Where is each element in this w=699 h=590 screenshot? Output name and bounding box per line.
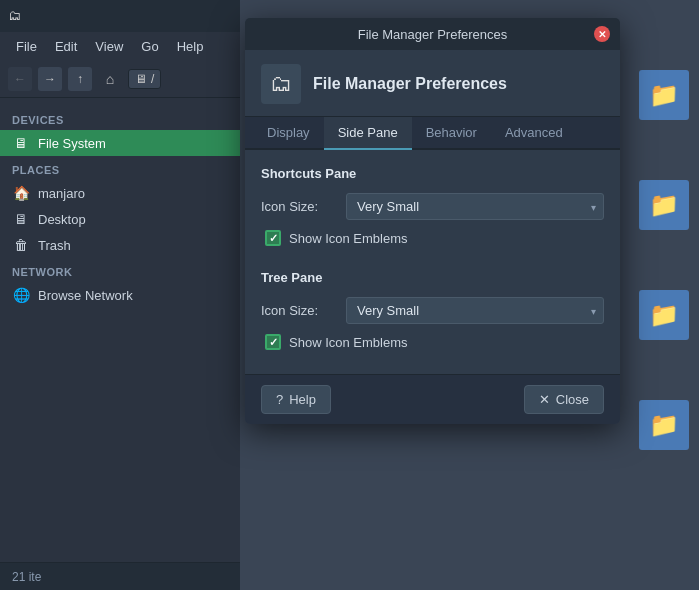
shortcuts-icon-size-row: Icon Size: Very Small Small Normal Large… [261, 193, 604, 220]
tree-emblems-row: Show Icon Emblems [265, 334, 604, 350]
tree-icon-size-select[interactable]: Very Small Small Normal Large Very Large [346, 297, 604, 324]
dialog-titlebar: File Manager Preferences ✕ [245, 18, 620, 50]
shortcuts-icon-size-select[interactable]: Very Small Small Normal Large Very Large [346, 193, 604, 220]
tab-side-pane[interactable]: Side Pane [324, 117, 412, 150]
tab-behavior[interactable]: Behavior [412, 117, 491, 150]
help-button[interactable]: ? Help [261, 385, 331, 414]
pane-divider [261, 254, 604, 270]
help-label: Help [289, 392, 316, 407]
tab-advanced[interactable]: Advanced [491, 117, 577, 150]
tree-icon-size-wrapper: Very Small Small Normal Large Very Large… [346, 297, 604, 324]
tree-emblems-label: Show Icon Emblems [289, 335, 408, 350]
shortcuts-emblems-label: Show Icon Emblems [289, 231, 408, 246]
dialog-header: 🗂 File Manager Preferences [245, 50, 620, 117]
help-icon: ? [276, 392, 283, 407]
tree-icon-size-label: Icon Size: [261, 303, 336, 318]
dialog-overlay: File Manager Preferences ✕ 🗂 File Manage… [0, 0, 699, 590]
dialog-tabs: Display Side Pane Behavior Advanced [245, 117, 620, 150]
tree-pane-title: Tree Pane [261, 270, 604, 285]
close-button[interactable]: ✕ [594, 26, 610, 42]
dialog-footer: ? Help ✕ Close [245, 374, 620, 424]
close-icon: ✕ [539, 392, 550, 407]
tab-display[interactable]: Display [253, 117, 324, 150]
tree-emblems-checkbox[interactable] [265, 334, 281, 350]
shortcuts-icon-size-wrapper: Very Small Small Normal Large Very Large… [346, 193, 604, 220]
close-dialog-button[interactable]: ✕ Close [524, 385, 604, 414]
close-label: Close [556, 392, 589, 407]
dialog-header-icon: 🗂 [261, 64, 301, 104]
tree-icon-size-row: Icon Size: Very Small Small Normal Large… [261, 297, 604, 324]
preferences-dialog: File Manager Preferences ✕ 🗂 File Manage… [245, 18, 620, 424]
dialog-title: File Manager Preferences [271, 27, 594, 42]
shortcuts-pane-title: Shortcuts Pane [261, 166, 604, 181]
shortcuts-emblems-checkbox[interactable] [265, 230, 281, 246]
shortcuts-emblems-row: Show Icon Emblems [265, 230, 604, 246]
dialog-content: Shortcuts Pane Icon Size: Very Small Sma… [245, 150, 620, 374]
dialog-header-title: File Manager Preferences [313, 75, 507, 93]
shortcuts-icon-size-label: Icon Size: [261, 199, 336, 214]
